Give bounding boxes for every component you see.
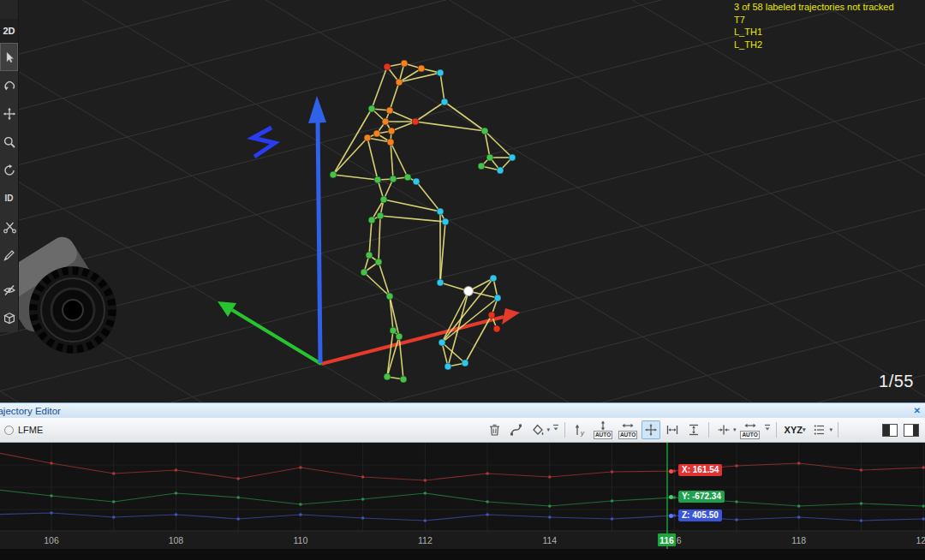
undo-button[interactable] (0, 71, 18, 99)
pan-tool-button[interactable] (642, 420, 660, 439)
delete-button[interactable] (486, 420, 504, 439)
fill-gap-button[interactable] (528, 420, 547, 439)
trash-icon (488, 423, 501, 437)
separator (564, 422, 565, 438)
trajectory-editor-toolbar: LFME (0, 418, 925, 443)
warning-item: L_TH2 (734, 39, 894, 51)
select-tool-button[interactable] (0, 43, 18, 71)
curve-list-dropdown[interactable] (810, 420, 829, 439)
translate-tool-button[interactable] (0, 99, 18, 128)
autoscale-y-button[interactable]: AUTO (592, 420, 614, 439)
z-value-badge: Z: 405.50 (678, 509, 722, 521)
z-axis (318, 121, 320, 363)
chevron-down-icon[interactable]: ▾ (733, 426, 737, 433)
cursor-icon (3, 51, 16, 64)
axis-tick: 108 (164, 535, 188, 545)
auto-range-button[interactable]: AUTO (739, 420, 761, 439)
axis-tick: 106 (39, 535, 63, 545)
identify-tool-label: ID (5, 194, 14, 203)
rotate-icon (3, 164, 16, 177)
volume-tool-button[interactable] (0, 304, 18, 332)
scissors-icon (3, 220, 16, 234)
magnifier-icon (3, 135, 16, 149)
fit-horizontal-button[interactable] (663, 420, 682, 439)
z-value-dot (669, 514, 673, 518)
trajectory-editor-titlebar[interactable]: Trajectory Editor ✕ (0, 402, 925, 418)
horizontal-arrows-icon (622, 420, 634, 431)
pen-icon (3, 248, 16, 262)
paint-tool-button[interactable] (0, 241, 18, 269)
view-2d-button[interactable]: 2D (0, 19, 18, 43)
toolbar-gap (0, 269, 18, 276)
cut-trajectory-button[interactable] (0, 212, 18, 241)
pane-layout-left-button[interactable] (880, 420, 899, 439)
eye-off-icon (3, 283, 16, 297)
tracking-warning: 3 of 58 labeled trajectories not tracked… (734, 1, 894, 51)
scene-background (0, 0, 925, 402)
toolbar-overflow-button[interactable] (764, 421, 771, 438)
overflow-icon (552, 421, 559, 435)
y-value-dot (669, 495, 673, 499)
move-icon (3, 107, 16, 121)
axis-tick: 112 (413, 535, 437, 545)
close-button[interactable]: ✕ (914, 406, 921, 415)
axis-tick: 118 (787, 535, 811, 545)
undo-icon (3, 79, 16, 92)
separator (838, 422, 838, 438)
separator (776, 422, 777, 438)
center-y-button[interactable]: y (570, 420, 589, 439)
chevron-down-icon: ▾ (803, 426, 806, 433)
arrow-up-y-icon: y (573, 423, 587, 437)
overflow-icon (764, 421, 771, 435)
vertical-arrows-icon (597, 420, 609, 431)
pane-layout-right-button[interactable] (902, 420, 921, 439)
trajectory-color-chip (4, 426, 14, 435)
pan-icon (644, 423, 658, 437)
trajectory-chart[interactable] (0, 443, 925, 549)
panel-title: Trajectory Editor (0, 406, 61, 416)
x-value-dot (669, 469, 673, 474)
chevron-down-icon[interactable]: ▾ (547, 426, 551, 433)
trajectory-plot[interactable]: 106108110112114116118120 116 X: 161.54 Y… (0, 443, 925, 549)
3d-scene-canvas[interactable] (0, 0, 925, 402)
auto-label: AUTO (594, 431, 612, 439)
warning-item: L_TH1 (734, 26, 894, 39)
fill-bucket-icon (531, 423, 545, 437)
trajectory-name: LFME (18, 425, 43, 435)
zoom-tool-button[interactable] (0, 128, 18, 156)
frame-counter: 1/55 (879, 372, 914, 391)
view-2d-label: 2D (3, 26, 15, 36)
rotate-tool-button[interactable] (0, 156, 18, 184)
axis-tick: 120 (911, 535, 925, 545)
warning-summary: 3 of 58 labeled trajectories not tracked (734, 1, 894, 14)
panel-footer (0, 549, 925, 560)
toolbar-overflow-button[interactable] (552, 421, 559, 438)
align-center-icon (717, 423, 731, 437)
chevron-down-icon[interactable]: ▾ (829, 426, 832, 433)
identify-tool-button[interactable]: ID (0, 184, 18, 212)
list-icon (813, 423, 827, 437)
view-toolbar: 2D (0, 0, 19, 332)
layout-right-icon (904, 424, 919, 437)
xyz-dropdown[interactable]: XYZ ▾ (782, 425, 809, 435)
fit-height-icon (687, 423, 701, 437)
cube-icon (3, 312, 16, 325)
hide-tool-button[interactable] (0, 276, 18, 304)
current-frame-marker[interactable]: 116 (658, 533, 676, 546)
smooth-button[interactable] (507, 420, 526, 439)
align-center-button[interactable] (714, 420, 733, 439)
range-arrows-icon (744, 420, 756, 431)
y-value-badge: Y: -672.34 (678, 491, 725, 503)
autoscale-x-button[interactable]: AUTO (617, 420, 639, 439)
auto-label: AUTO (618, 431, 637, 439)
axis-tick: 110 (289, 535, 313, 545)
application-window: 3 of 58 labeled trajectories not tracked… (0, 0, 925, 560)
toolbar-spacer (0, 0, 18, 19)
selected-trajectory: LFME (4, 425, 43, 435)
svg-text:y: y (580, 429, 585, 437)
separator (708, 422, 709, 438)
fit-vertical-button[interactable] (684, 420, 703, 439)
auto-label: AUTO (740, 431, 759, 439)
layout-left-icon (882, 424, 898, 437)
3d-view[interactable]: 3 of 58 labeled trajectories not tracked… (0, 0, 925, 402)
